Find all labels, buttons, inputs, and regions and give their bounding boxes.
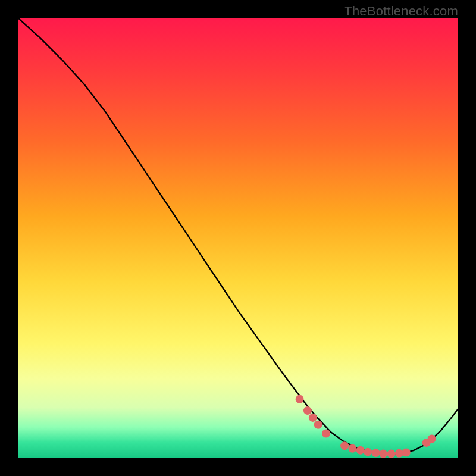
bottleneck-chart — [18, 18, 458, 458]
marker-point — [364, 448, 372, 456]
marker-point — [303, 406, 312, 415]
marker-point — [402, 448, 411, 456]
marker-point — [356, 446, 365, 455]
marker-point — [322, 430, 330, 438]
marker-point — [340, 441, 349, 450]
marker-point — [309, 414, 317, 422]
marker-point — [379, 450, 387, 458]
marker-point — [387, 450, 396, 458]
marker-point — [372, 449, 380, 457]
marker-point — [348, 444, 356, 453]
marker-point — [428, 434, 436, 443]
marker-point — [395, 449, 403, 458]
watermark-text: TheBottleneck.com — [344, 4, 458, 19]
marker-point — [296, 395, 304, 403]
chart-frame: TheBottleneck.com — [0, 0, 476, 476]
marker-point — [314, 421, 322, 429]
